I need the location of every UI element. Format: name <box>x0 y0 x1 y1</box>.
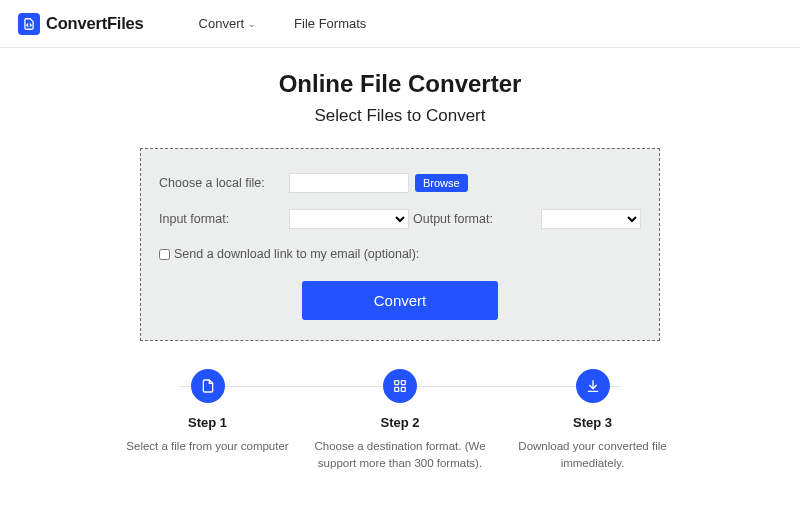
step-2-desc: Choose a destination format. (We support… <box>313 438 488 471</box>
output-format-select[interactable] <box>541 209 641 229</box>
grid-icon <box>383 369 417 403</box>
main-nav: Convert ⌄ File Formats <box>199 16 367 31</box>
step-2-title: Step 2 <box>313 415 488 430</box>
step-3: Step 3 Download your converted file imme… <box>505 369 680 471</box>
email-label: Send a download link to my email (option… <box>174 247 419 261</box>
convert-form: Choose a local file: Browse Input format… <box>140 148 660 341</box>
step-3-desc: Download your converted file immediately… <box>505 438 680 471</box>
brand-logo-icon <box>18 13 40 35</box>
chevron-down-icon: ⌄ <box>248 19 256 29</box>
file-icon <box>191 369 225 403</box>
input-format-select[interactable] <box>289 209 409 229</box>
steps: Step 1 Select a file from your computer … <box>120 369 680 471</box>
convert-button[interactable]: Convert <box>302 281 499 320</box>
nav-file-formats[interactable]: File Formats <box>294 16 366 31</box>
nav-convert[interactable]: Convert ⌄ <box>199 16 257 31</box>
nav-convert-label: Convert <box>199 16 245 31</box>
email-checkbox[interactable] <box>159 249 170 260</box>
nav-file-formats-label: File Formats <box>294 16 366 31</box>
svg-rect-3 <box>401 387 405 391</box>
svg-rect-2 <box>395 387 399 391</box>
svg-rect-0 <box>395 381 399 385</box>
choose-file-label: Choose a local file: <box>159 176 289 190</box>
browse-button[interactable]: Browse <box>415 174 468 192</box>
page-title: Online File Converter <box>0 70 800 98</box>
hero: Online File Converter Select Files to Co… <box>0 70 800 126</box>
header: ConvertFiles Convert ⌄ File Formats <box>0 0 800 48</box>
step-1-desc: Select a file from your computer <box>120 438 295 455</box>
step-1-title: Step 1 <box>120 415 295 430</box>
brand-logo[interactable]: ConvertFiles <box>18 13 144 35</box>
page-subtitle: Select Files to Convert <box>0 106 800 126</box>
step-2: Step 2 Choose a destination format. (We … <box>313 369 488 471</box>
input-format-label: Input format: <box>159 212 289 226</box>
step-1: Step 1 Select a file from your computer <box>120 369 295 471</box>
format-row: Input format: Output format: <box>159 209 641 229</box>
email-row: Send a download link to my email (option… <box>159 247 641 261</box>
choose-file-row: Choose a local file: Browse <box>159 173 641 193</box>
brand-name: ConvertFiles <box>46 14 144 33</box>
local-file-input[interactable] <box>289 173 409 193</box>
output-format-label: Output format: <box>413 212 493 226</box>
svg-rect-1 <box>401 381 405 385</box>
download-icon <box>576 369 610 403</box>
step-3-title: Step 3 <box>505 415 680 430</box>
